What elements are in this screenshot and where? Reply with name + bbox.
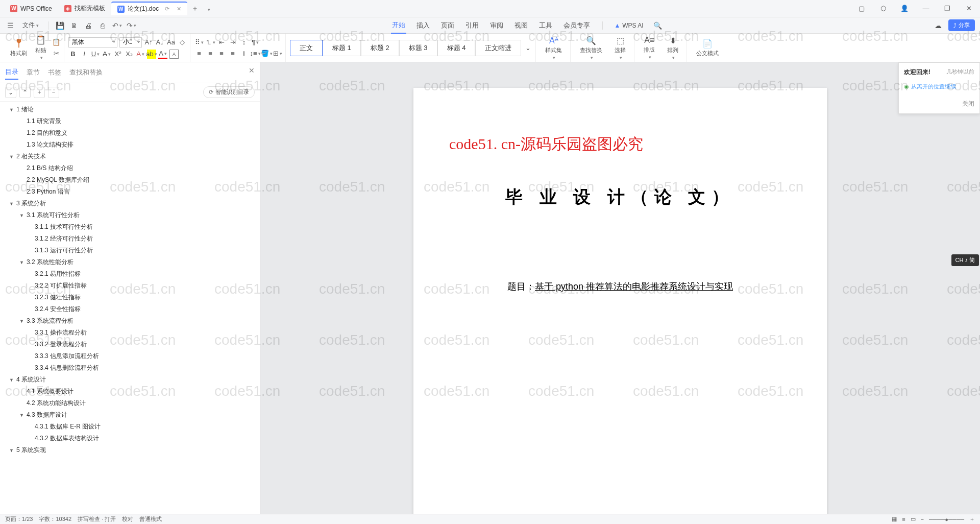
style-heading3[interactable]: 标题 3	[399, 40, 437, 56]
decrease-indent-icon[interactable]: ⇤	[217, 38, 226, 47]
toc-item[interactable]: ▼4 系统设计	[0, 374, 260, 386]
cut-icon[interactable]: ✂	[52, 49, 61, 58]
toc-item[interactable]: 3.2.3 健壮性指标	[0, 292, 260, 303]
tab-menu-button[interactable]	[203, 3, 214, 15]
toc-item[interactable]: 4.2 系统功能结构设计	[0, 397, 260, 409]
caret-icon[interactable]: ▼	[9, 448, 14, 453]
caret-icon[interactable]: ▼	[9, 107, 14, 112]
toc-item[interactable]: 3.3.4 信息删除流程分析	[0, 362, 260, 374]
style-heading4[interactable]: 标题 4	[437, 40, 476, 56]
status-page[interactable]: 页面：1/23	[5, 515, 33, 523]
toc-item[interactable]: 3.2.1 易用性指标	[0, 268, 260, 280]
view-mode-icon[interactable]: ▦	[892, 516, 897, 522]
clear-format-icon[interactable]: ◇	[178, 38, 187, 47]
style-normal[interactable]: 正文	[290, 40, 323, 56]
toc-item[interactable]: ▼1 绪论	[0, 104, 260, 115]
toc-item[interactable]: 1.3 论文结构安排	[0, 139, 260, 151]
window-minimize-button[interactable]: —	[919, 2, 933, 16]
toc-item[interactable]: 2.1 B/S 结构介绍	[0, 162, 260, 174]
toc-item[interactable]: ▼5 系统实现	[0, 444, 260, 456]
toc-item[interactable]: 3.1.3 运行可行性分析	[0, 245, 260, 256]
font-size-select[interactable]	[119, 37, 142, 47]
close-tab-icon[interactable]: ✕	[177, 6, 181, 12]
toc-item[interactable]: 1.1 研究背景	[0, 115, 260, 127]
hamburger-icon[interactable]: ☰	[5, 20, 15, 31]
align-center-icon[interactable]: ≡	[206, 49, 215, 58]
caret-icon[interactable]: ▼	[9, 377, 14, 383]
toc-item[interactable]: 3.3.3 信息添加流程分析	[0, 350, 260, 362]
print-preview-icon[interactable]: 🗎	[69, 20, 79, 31]
zoom-slider[interactable]: ────●────	[929, 516, 964, 522]
strikethrough-icon[interactable]: A̶	[102, 50, 111, 59]
distribute-icon[interactable]: ⫴	[239, 49, 249, 58]
resume-position-link[interactable]: ◉从离开的位置继续	[904, 83, 974, 90]
italic-icon[interactable]: I	[80, 50, 89, 59]
tab-view[interactable]: 视图	[513, 18, 529, 33]
window-package-icon[interactable]: ⬡	[876, 2, 890, 16]
toc-item[interactable]: 3.2.4 安全性指标	[0, 303, 260, 315]
caret-icon[interactable]: ▼	[19, 413, 24, 418]
layout-v-button[interactable]: A≡排版	[639, 35, 660, 61]
style-heading2[interactable]: 标题 2	[361, 40, 399, 56]
redo-icon[interactable]: ↷	[126, 20, 136, 31]
sort-icon[interactable]: ↕	[239, 38, 249, 47]
copy-icon[interactable]: 📋	[52, 38, 61, 47]
style-indent[interactable]: 正文缩进	[475, 40, 521, 56]
sidebar-tab-find[interactable]: 查找和替换	[69, 66, 103, 79]
toc-item[interactable]: ▼4.3 数据库设计	[0, 409, 260, 421]
toc-item[interactable]: ▼3 系统分析	[0, 198, 260, 209]
toc-item[interactable]: 4.3.2 数据库表结构设计	[0, 433, 260, 444]
layout-h-button[interactable]: ⬍排列	[662, 35, 683, 61]
sidebar-tab-toc[interactable]: 目录	[5, 65, 18, 80]
select-button[interactable]: ⬚选择	[609, 35, 631, 61]
align-justify-icon[interactable]: ≡	[228, 49, 237, 58]
tab-tools[interactable]: 工具	[538, 18, 553, 33]
save-icon[interactable]: 💾	[55, 20, 65, 31]
shading-icon[interactable]: 🪣	[262, 49, 271, 58]
toc-item[interactable]: ▼3.2 系统性能分析	[0, 256, 260, 268]
print-icon[interactable]: 🖨	[83, 20, 93, 31]
toc-item[interactable]: ▼3.3 系统流程分析	[0, 315, 260, 327]
toc-item[interactable]: ▼3.1 系统可行性分析	[0, 209, 260, 221]
share-button[interactable]: ⤴ 分享	[948, 19, 975, 31]
status-words[interactable]: 字数：10342	[39, 515, 71, 523]
tab-document[interactable]: W 论文(1).doc ⟳ ✕	[111, 2, 187, 15]
align-right-icon[interactable]: ≡	[217, 49, 226, 58]
caret-icon[interactable]: ▼	[19, 319, 24, 324]
tab-symbol-icon[interactable]: ¶	[251, 38, 260, 47]
font-name-select[interactable]	[68, 37, 117, 47]
search-icon[interactable]: 🔍	[653, 20, 663, 31]
tab-insert[interactable]: 插入	[415, 18, 431, 33]
style-set-button[interactable]: Aᴬ样式集	[540, 35, 567, 61]
caret-icon[interactable]: ▼	[9, 154, 14, 159]
toc-tree[interactable]: ▼1 绪论1.1 研究背景1.2 目的和意义1.3 论文结构安排▼2 相关技术2…	[0, 102, 260, 514]
export-icon[interactable]: ⎙	[97, 20, 108, 31]
caret-icon[interactable]: ▼	[19, 213, 24, 218]
caret-icon[interactable]: ▼	[19, 260, 24, 265]
sidebar-tab-bookmarks[interactable]: 书签	[48, 66, 61, 79]
format-painter-button[interactable]: 格式刷	[7, 37, 30, 58]
align-left-icon[interactable]: ≡	[194, 49, 204, 58]
cloud-icon[interactable]: ☁	[933, 20, 943, 31]
font-color-icon[interactable]: A	[158, 50, 167, 59]
undo-icon[interactable]: ↶	[112, 20, 122, 31]
phonetic-icon[interactable]: A	[169, 50, 179, 59]
style-heading1[interactable]: 标题 1	[323, 40, 361, 56]
tab-reference[interactable]: 引用	[464, 18, 480, 33]
user-avatar-icon[interactable]: 👤	[897, 2, 912, 16]
demote-icon[interactable]: －	[48, 87, 59, 98]
toc-item[interactable]: 2.3 Python 语言	[0, 186, 260, 198]
caret-icon[interactable]: ▼	[9, 201, 14, 206]
window-compact-icon[interactable]: ▢	[854, 2, 869, 16]
tab-member[interactable]: 会员专享	[562, 18, 591, 33]
paste-button[interactable]: 粘贴	[32, 34, 50, 61]
text-effect-icon[interactable]: A	[136, 50, 145, 59]
increase-font-icon[interactable]: A↑	[144, 38, 153, 47]
superscript-icon[interactable]: X²	[113, 50, 122, 59]
gov-mode-button[interactable]: 📄公文模式	[691, 38, 724, 58]
zoom-in-icon[interactable]: ＋	[969, 515, 975, 523]
underline-icon[interactable]: U	[91, 50, 100, 59]
file-menu[interactable]: 文件▾	[19, 19, 42, 31]
number-list-icon[interactable]: ⒈	[206, 38, 215, 47]
tab-page[interactable]: 页面	[440, 18, 455, 33]
